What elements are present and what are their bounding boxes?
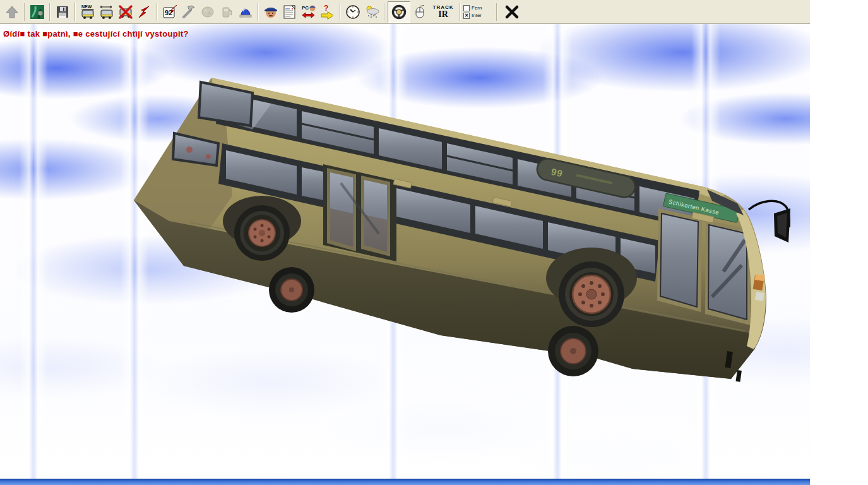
ticket-printer-icon: 92 bbox=[162, 4, 178, 20]
close-x-icon bbox=[504, 4, 520, 20]
clock-button[interactable] bbox=[343, 2, 362, 22]
toolbar-separator bbox=[496, 3, 497, 21]
siren-button[interactable] bbox=[236, 2, 255, 22]
toolbar-separator bbox=[74, 3, 76, 21]
up-arrow-button[interactable] bbox=[3, 2, 21, 22]
save-floppy-icon bbox=[55, 4, 70, 20]
bus-delete-icon bbox=[117, 4, 134, 20]
close-button[interactable] bbox=[500, 2, 524, 22]
seat-reflection bbox=[186, 147, 193, 153]
pc-transfer-button[interactable]: PC bbox=[299, 2, 318, 22]
ground-bar bbox=[0, 479, 810, 485]
steering-wheel-button-active[interactable] bbox=[388, 1, 410, 23]
mouse-icon bbox=[412, 4, 428, 20]
police-button[interactable] bbox=[261, 2, 280, 22]
exit-arrow-icon bbox=[137, 4, 152, 20]
toolbar-separator bbox=[157, 3, 158, 21]
map-button[interactable] bbox=[28, 2, 47, 22]
fuel-pump-button-disabled[interactable] bbox=[217, 2, 236, 22]
siren-light-icon bbox=[237, 4, 254, 20]
ticket-list-icon bbox=[282, 4, 298, 20]
help-arrow-icon: ? bbox=[319, 4, 336, 20]
help-arrow-button[interactable]: ? bbox=[318, 2, 337, 22]
toolbar-separator bbox=[460, 3, 461, 21]
pc-transfer-icon: PC bbox=[300, 4, 317, 20]
clock-icon bbox=[345, 4, 361, 20]
up-arrow-icon bbox=[4, 4, 20, 20]
pc-label: PC bbox=[302, 5, 309, 11]
view-checkbox-panel: Fern ✕ Inter bbox=[463, 2, 494, 22]
bus-delete-button[interactable] bbox=[116, 2, 135, 22]
wash-button-disabled[interactable] bbox=[198, 2, 217, 22]
middle-door bbox=[323, 164, 396, 261]
save-button[interactable] bbox=[53, 2, 72, 22]
checkbox-row-inter[interactable]: ✕ Inter bbox=[463, 13, 494, 19]
mouse-button[interactable] bbox=[410, 2, 429, 22]
police-officer-icon bbox=[263, 4, 279, 20]
front-reflector bbox=[755, 292, 764, 301]
right-margin bbox=[810, 0, 868, 485]
toolbar-separator bbox=[258, 3, 259, 21]
toolbar-separator bbox=[24, 3, 25, 21]
front-wheel-outer bbox=[559, 261, 624, 327]
main-toolbar: NEW bbox=[0, 0, 810, 24]
toolbar-separator bbox=[384, 3, 385, 21]
checkbox-inter-checked[interactable]: ✕ bbox=[463, 13, 470, 19]
bus-resize-icon bbox=[98, 4, 115, 20]
bus-new-button[interactable]: NEW bbox=[78, 2, 97, 22]
ticket-printer-button[interactable]: 92 bbox=[160, 2, 179, 22]
fuel-pump-disabled-icon bbox=[218, 4, 235, 20]
checkbox-inter-label: Inter bbox=[472, 13, 482, 18]
repair-wrench-button[interactable] bbox=[179, 2, 198, 22]
trackir-button[interactable]: TRACK IR bbox=[429, 2, 457, 22]
rear-wheel-outer bbox=[234, 205, 290, 261]
status-message: Øídí■ tak ■patnì, ■e cestující chtìjí vy… bbox=[3, 29, 189, 39]
app-window: NEW bbox=[0, 0, 810, 485]
rear-wheel-inner bbox=[269, 267, 314, 313]
weather-button[interactable] bbox=[362, 2, 381, 22]
steering-wheel-icon bbox=[391, 4, 407, 20]
ticket-list-button[interactable] bbox=[280, 2, 299, 22]
repair-wrench-icon bbox=[181, 4, 197, 20]
trackir-label-bottom: IR bbox=[438, 10, 448, 19]
seat-reflection bbox=[206, 154, 211, 159]
toolbar-separator bbox=[49, 3, 51, 21]
bus-new-label: NEW bbox=[81, 4, 92, 9]
exit-arrow-button[interactable] bbox=[135, 2, 154, 22]
checkbox-fern[interactable] bbox=[463, 5, 470, 11]
checkbox-row-fern[interactable]: Fern bbox=[463, 5, 494, 11]
bus-new-icon: NEW bbox=[80, 4, 96, 20]
checkbox-fern-label: Fern bbox=[472, 6, 482, 11]
weather-icon bbox=[363, 4, 381, 20]
3d-viewport[interactable]: 99 Schikorten Kasse bbox=[0, 24, 810, 479]
toolbar-separator bbox=[340, 3, 341, 21]
front-wheel-inner bbox=[548, 326, 598, 376]
bus-resize-button[interactable] bbox=[97, 2, 116, 22]
wash-disabled-icon bbox=[199, 4, 216, 20]
help-question-mark: ? bbox=[324, 4, 328, 13]
map-tile-icon bbox=[30, 4, 45, 20]
bus-scene: 99 Schikorten Kasse bbox=[0, 24, 810, 479]
